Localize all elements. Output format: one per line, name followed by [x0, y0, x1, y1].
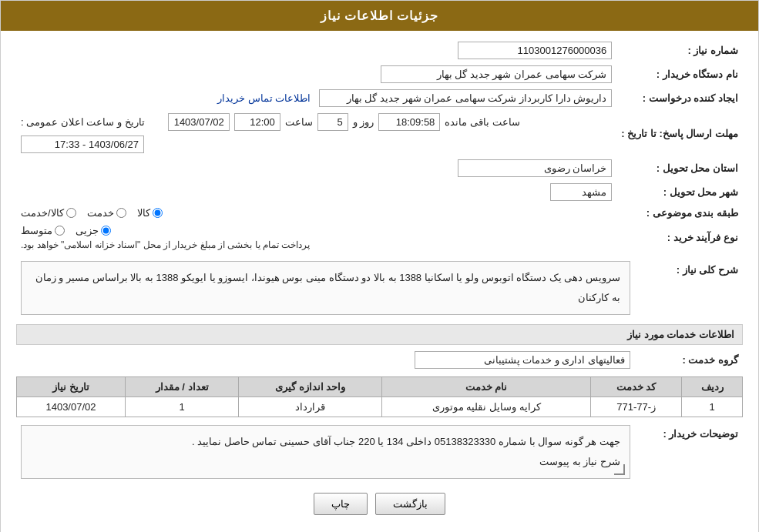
shahr-value: مشهد — [16, 180, 616, 204]
radio-kala-item: کالا — [137, 207, 163, 219]
tabaqe-radio-group: کالا/خدمت خدمت کالا — [21, 207, 612, 219]
elan-omumi-label: تاریخ و ساعت اعلان عمومی : — [21, 116, 145, 128]
shahr-row: شهر محل تحویل : مشهد — [16, 180, 743, 204]
saat-mande-field: 18:09:58 — [378, 113, 440, 131]
goroh-value: فعالیتهای اداری و خدمات پشتیبانی — [16, 348, 635, 372]
farayand-row: نوع فرآیند خرید : متوسط جزیی — [16, 222, 743, 253]
table-row: 1ز-77-771کرایه وسایل نقلیه موتوریقرارداد… — [17, 397, 743, 417]
tabaqe-label: طبقه بندی موضوعی : — [616, 204, 743, 222]
tarikh-field: 1403/07/02 — [168, 113, 230, 131]
khadamat-table-head: ردیف کد خدمت نام خدمت واحد اندازه گیری ت… — [17, 377, 743, 397]
table-cell-5: 1403/07/02 — [17, 397, 126, 417]
radio-jozii[interactable] — [101, 226, 111, 236]
goroh-label: گروه خدمت : — [635, 348, 743, 372]
ostan-label: استان محل تحویل : — [616, 156, 743, 180]
table-cell-3: قرارداد — [239, 397, 382, 417]
saat-mande-label: ساعت باقی مانده — [445, 116, 519, 128]
nam-dastgah-value: شرکت سهامی عمران شهر جدید گل بهار — [16, 62, 616, 86]
khadamat-table-body: 1ز-77-771کرایه وسایل نقلیه موتوریقرارداد… — [17, 397, 743, 417]
roz-field: 5 — [317, 113, 348, 131]
khadamat-section-title: اطلاعات خدمات مورد نیاز — [16, 324, 743, 345]
sharh-value: سرویس دهی یک دستگاه اتوبوس ولو یا اسکانی… — [16, 258, 635, 318]
radio-kala-label: کالا — [137, 207, 150, 219]
tawzihat-label: توضیحات خریدار : — [635, 422, 743, 482]
tawzihat-table: توضیحات خریدار : جهت هر گونه سوال با شما… — [16, 422, 743, 482]
radio-jozii-item: جزیی — [76, 225, 111, 236]
goroh-field: فعالیتهای اداری و خدمات پشتیبانی — [415, 351, 630, 369]
shahr-label: شهر محل تحویل : — [616, 180, 743, 204]
saat-field: 12:00 — [234, 113, 280, 131]
shahr-field: مشهد — [550, 183, 612, 201]
farayand-value: متوسط جزیی پرداخت تمام یا بخشی از مبلغ خ… — [16, 222, 616, 253]
table-cell-2: کرایه وسایل نقلیه موتوری — [382, 397, 591, 417]
radio-kala-khadamat-item: کالا/خدمت — [21, 207, 76, 219]
radio-mottaset-label: متوسط — [21, 225, 52, 236]
elan-omumi-field: 1403/06/27 - 17:33 — [21, 136, 144, 153]
col-kod: کد خدمت — [591, 377, 682, 397]
ijad-konande-value: داریوش دارا کاربرداز شرکت سهامی عمران شه… — [16, 86, 616, 110]
mohlat-value: ساعت باقی مانده 18:09:58 روز و 5 ساعت 12… — [16, 110, 616, 156]
radio-kala[interactable] — [153, 208, 163, 218]
tawzihat-value: جهت هر گونه سوال با شماره 05138323330 دا… — [16, 422, 635, 482]
nam-dastgah-row: نام دستگاه خریدار : شرکت سهامی عمران شهر… — [16, 62, 743, 86]
radio-kala-khadamat-label: کالا/خدمت — [21, 207, 64, 219]
khadamat-table: ردیف کد خدمت نام خدمت واحد اندازه گیری ت… — [16, 376, 743, 417]
print-button[interactable]: چاپ — [314, 493, 368, 515]
sharh-box: سرویس دهی یک دستگاه اتوبوس ولو یا اسکانی… — [21, 261, 630, 315]
btn-row: بازگشت چاپ — [16, 493, 743, 515]
tawzihat-text: جهت هر گونه سوال با شماره 05138323330 دا… — [192, 436, 620, 467]
radio-khadamat-label: خدمت — [87, 207, 114, 219]
col-nam: نام خدمت — [382, 377, 591, 397]
back-button[interactable]: بازگشت — [375, 493, 445, 515]
radio-khadamat-item: خدمت — [87, 207, 126, 219]
nam-dastgah-field: شرکت سهامی عمران شهر جدید گل بهار — [381, 65, 612, 83]
col-tedad: تعداد / مقدار — [125, 377, 238, 397]
shomara-niaz-row: شماره نیاز : 1103001276000036 — [16, 38, 743, 62]
goroh-row: گروه خدمت : فعالیتهای اداری و خدمات پشتی… — [16, 348, 743, 372]
niaz-info-table: شماره نیاز : 1103001276000036 نام دستگاه… — [16, 38, 743, 253]
table-cell-0: 1 — [682, 397, 743, 417]
radio-mottaset-item: متوسط — [21, 225, 65, 236]
page-header: جزئیات اطلاعات نیاز — [1, 1, 758, 31]
col-tarikh: تاریخ نیاز — [17, 377, 126, 397]
page-wrapper: جزئیات اطلاعات نیاز شماره نیاز : 1103001… — [0, 0, 759, 532]
radio-jozii-label: جزیی — [76, 225, 99, 236]
farayand-radio-group: متوسط جزیی — [21, 225, 111, 236]
table-cell-4: 1 — [125, 397, 238, 417]
nam-dastgah-label: نام دستگاه خریدار : — [616, 62, 743, 86]
tabaqe-row: طبقه بندی موضوعی : کالا/خدمت خدمت کالا — [16, 204, 743, 222]
col-radif: ردیف — [682, 377, 743, 397]
shomara-niaz-value: 1103001276000036 — [16, 38, 616, 62]
mohlat-row: مهلت ارسال پاسخ: تا تاریخ : ساعت باقی ما… — [16, 110, 743, 156]
ostan-value: خراسان رضوی — [16, 156, 616, 180]
goroh-table: گروه خدمت : فعالیتهای اداری و خدمات پشتی… — [16, 348, 743, 372]
farayand-note: پرداخت تمام یا بخشی از مبلغ خریدار از مح… — [21, 239, 310, 250]
ijad-konande-label: ایجاد کننده درخواست : — [616, 86, 743, 110]
radio-khadamat[interactable] — [116, 208, 126, 218]
saat-label: ساعت — [285, 116, 313, 128]
sharh-label: شرح کلی نیاز : — [635, 258, 743, 318]
ijad-konande-row: ایجاد کننده درخواست : داریوش دارا کاربرد… — [16, 86, 743, 110]
tabaqe-value: کالا/خدمت خدمت کالا — [16, 204, 616, 222]
khadamat-table-header-row: ردیف کد خدمت نام خدمت واحد اندازه گیری ت… — [17, 377, 743, 397]
content-area: شماره نیاز : 1103001276000036 نام دستگاه… — [1, 31, 758, 523]
ettelaat-link[interactable]: اطلاعات تماس خریدار — [217, 92, 311, 104]
mohlat-label: مهلت ارسال پاسخ: تا تاریخ : — [616, 110, 743, 156]
tawzihat-row: توضیحات خریدار : جهت هر گونه سوال با شما… — [16, 422, 743, 482]
ostan-row: استان محل تحویل : خراسان رضوی — [16, 156, 743, 180]
ostan-field: خراسان رضوی — [458, 159, 612, 177]
radio-kala-khadamat[interactable] — [66, 208, 76, 218]
ijad-konande-field: داریوش دارا کاربرداز شرکت سهامی عمران شه… — [319, 89, 612, 107]
sharh-row: شرح کلی نیاز : سرویس دهی یک دستگاه اتوبو… — [16, 258, 743, 318]
farayand-label: نوع فرآیند خرید : — [616, 222, 743, 253]
tawzihat-box: جهت هر گونه سوال با شماره 05138323330 دا… — [21, 425, 630, 479]
radio-mottaset[interactable] — [55, 226, 65, 236]
sharh-table: شرح کلی نیاز : سرویس دهی یک دستگاه اتوبو… — [16, 258, 743, 318]
page-title: جزئیات اطلاعات نیاز — [321, 9, 439, 22]
roz-label: روز و — [353, 116, 374, 128]
table-cell-1: ز-77-771 — [591, 397, 682, 417]
shomara-niaz-field: 1103001276000036 — [458, 42, 612, 59]
shomara-niaz-label: شماره نیاز : — [616, 38, 743, 62]
col-vahed: واحد اندازه گیری — [239, 377, 382, 397]
